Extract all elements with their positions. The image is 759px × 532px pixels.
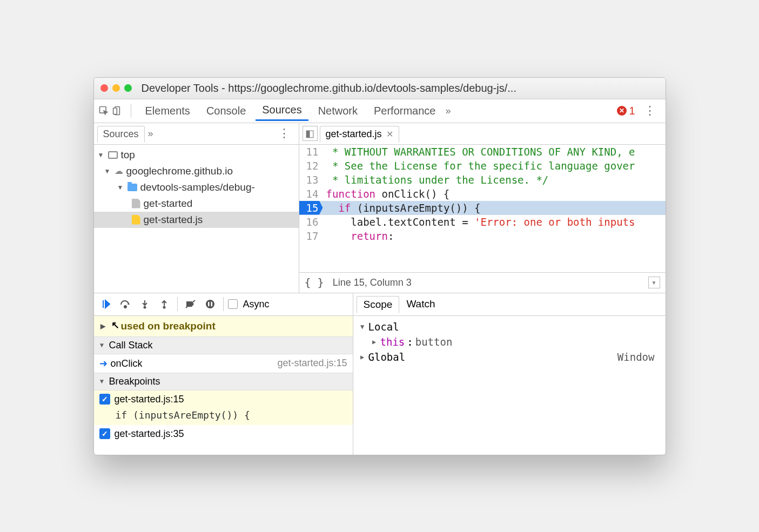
error-count: 1 [629,105,635,117]
window-title: Developer Tools - https://googlechrome.g… [142,82,516,95]
titlebar: Developer Tools - https://googlechrome.g… [94,78,666,99]
cloud-icon: ☁ [115,166,123,176]
breakpoint-checkbox[interactable]: ✓ [99,428,110,439]
watch-tab[interactable]: Watch [399,295,442,313]
async-checkbox[interactable] [228,299,238,309]
zoom-window-icon[interactable] [124,84,132,92]
code-line[interactable]: 16 label.textContent = 'Error: one or bo… [299,215,666,229]
close-window-icon[interactable] [100,84,108,92]
code-line[interactable]: 12 * See the License for the specific la… [299,159,666,173]
line-number[interactable]: 11 [299,145,323,159]
tab-elements[interactable]: Elements [139,102,197,120]
scope-this[interactable]: ▶this: button [359,334,660,349]
folder-icon [127,184,137,191]
current-frame-icon: ➜ [99,358,108,369]
show-navigator-icon[interactable]: ◧ [303,126,318,141]
devtools-window: Developer Tools - https://googlechrome.g… [93,77,666,455]
cursor-position: Line 15, Column 3 [333,277,412,288]
code-editor[interactable]: 11 * WITHOUT WARRANTIES OR CONDITIONS OF… [299,145,666,272]
async-label: Async [243,299,270,310]
code-line[interactable]: 17 return: [299,229,666,243]
inspect-icon[interactable] [98,105,109,116]
minimize-window-icon[interactable] [112,84,120,92]
window-controls [100,84,132,92]
call-stack-header[interactable]: ▼Call Stack [94,336,353,354]
svg-rect-8 [211,302,212,306]
navigator-more-icon[interactable]: » [148,128,153,139]
resume-button[interactable] [97,295,115,313]
editor-file-tab[interactable]: get-started.js ✕ [320,126,399,143]
tab-network[interactable]: Network [312,102,364,120]
main-toolbar: Elements Console Sources Network Perform… [94,99,666,123]
scope-local[interactable]: ▼Local [359,319,660,334]
breakpoint-item[interactable]: ✓ get-started.js:35 [94,425,353,443]
svg-point-3 [124,306,126,308]
editor-panel: ◧ get-started.js ✕ 11 * WITHOUT WARRANTI… [299,123,666,293]
step-out-button[interactable] [156,295,173,313]
step-into-button[interactable] [136,295,153,313]
tree-top[interactable]: ▼top [94,147,299,163]
svg-rect-7 [208,302,210,306]
svg-point-6 [206,300,214,308]
paused-banner: ▶ ↖ used on breakpoint [94,316,353,336]
file-tree: ▼top ▼☁googlechrome.github.io ▼devtools-… [94,145,299,293]
settings-menu-icon[interactable]: ⋮ [639,104,661,118]
breakpoint-checkbox[interactable]: ✓ [99,394,110,405]
device-toggle-icon[interactable] [112,105,123,116]
js-file-icon [132,215,140,225]
tree-file-html[interactable]: get-started [94,196,299,212]
error-icon: ✕ [617,106,627,116]
line-number[interactable]: 14 [299,187,323,201]
tab-performance[interactable]: Performance [367,102,442,120]
frame-icon [108,151,118,159]
debugger-panel: Async ▶ ↖ used on breakpoint ▼Call Stack… [94,293,666,455]
line-number[interactable]: 13 [299,173,323,187]
tree-folder[interactable]: ▼devtools-samples/debug- [94,179,299,196]
debugger-toolbar: Async [94,293,353,316]
pretty-print-icon[interactable]: { } [305,276,324,289]
file-tab-label: get-started.js [326,129,382,140]
deactivate-breakpoints-button[interactable] [182,295,199,313]
code-line[interactable]: 11 * WITHOUT WARRANTIES OR CONDITIONS OF… [299,145,666,159]
line-number[interactable]: 17 [299,229,323,243]
step-over-button[interactable] [117,295,134,313]
code-line[interactable]: 15 if (inputsAreEmpty()) { [299,201,666,215]
tree-domain[interactable]: ▼☁googlechrome.github.io [94,163,299,179]
code-line[interactable]: 13 * limitations under the License. */ [299,173,666,187]
code-line[interactable]: 14function onClick() { [299,187,666,201]
scope-global[interactable]: ▶Global Window [359,349,660,365]
svg-point-5 [163,306,165,309]
tree-file-js[interactable]: get-started.js [94,212,299,228]
file-icon [132,199,140,208]
close-tab-icon[interactable]: ✕ [386,129,393,139]
tab-sources[interactable]: Sources [256,100,308,121]
tab-console[interactable]: Console [200,102,252,120]
breakpoints-header[interactable]: ▼Breakpoints [94,373,353,390]
breakpoint-code: if (inputsAreEmpty()) { [94,408,353,425]
scope-panel: Scope Watch ▼Local ▶this: button ▶Global… [353,293,666,455]
scope-tab[interactable]: Scope [357,296,400,313]
error-indicator[interactable]: ✕ 1 [617,105,635,117]
svg-point-4 [143,306,146,309]
editor-status-bar: { } Line 15, Column 3 ▼ [299,272,666,293]
call-stack-frame[interactable]: ➜onClick get-started.js:15 [94,354,353,373]
status-dropdown-icon[interactable]: ▼ [648,277,660,288]
navigator-menu-icon[interactable]: ⋮ [273,126,295,140]
svg-rect-2 [113,108,117,115]
navigator-panel: Sources » ⋮ ▼top ▼☁googlechrome.github.i… [94,123,299,293]
line-number[interactable]: 15 [299,201,323,215]
line-number[interactable]: 12 [299,159,323,173]
navigator-tab-sources[interactable]: Sources [97,126,145,143]
cursor-icon: ↖ [111,319,119,331]
pause-exceptions-button[interactable] [201,295,219,313]
more-tabs-icon[interactable]: » [446,105,451,117]
breakpoint-item[interactable]: ✓ get-started.js:15 [94,390,353,408]
line-number[interactable]: 16 [299,215,323,229]
